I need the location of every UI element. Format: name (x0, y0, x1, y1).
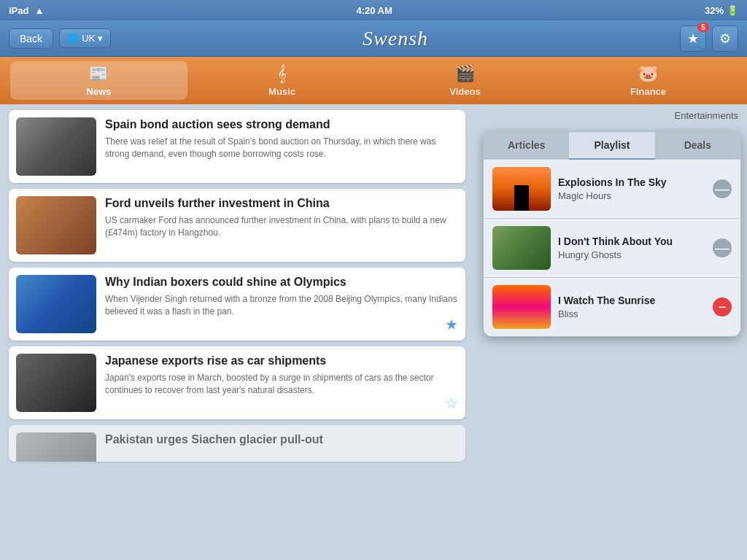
playlist-item-2[interactable]: I Don't Think About You Hungry Ghosts — (484, 219, 740, 278)
news-list: Spain bond auction sees strong demand Th… (0, 104, 474, 467)
device-label: iPad (9, 5, 28, 16)
playlist-popup: Articles Playlist Deals Explosions In Th… (483, 131, 741, 337)
playlist-thumb-1 (492, 167, 551, 211)
remove-button-2[interactable]: — (713, 238, 732, 257)
playlist-info-1: Explosions In The Sky Magic Hours (558, 176, 705, 201)
news-thumb-1 (16, 117, 96, 176)
nav-bar: Back 🌐 UK ▾ Swensh ★ 5 ⚙ (0, 20, 747, 57)
news-excerpt-4: Japan's exports rose in March, boosted b… (105, 372, 458, 397)
gear-icon: ⚙ (719, 31, 731, 47)
news-title-3: Why Indian boxers could shine at Olympic… (105, 275, 458, 290)
status-right: 32% 🔋 (705, 5, 738, 16)
news-item-1[interactable]: Spain bond auction sees strong demand Th… (9, 110, 465, 183)
news-icon: 📰 (89, 64, 109, 83)
news-content-2: Ford unveils further investment in China… (105, 196, 458, 254)
news-item-5[interactable]: Pakistan urges Siachen glacier pull-out (9, 425, 465, 462)
playlist-item-1[interactable]: Explosions In The Sky Magic Hours — (484, 160, 740, 219)
nav-actions: ★ 5 ⚙ (680, 26, 738, 52)
playlist-thumb-2 (492, 226, 551, 270)
settings-button[interactable]: ⚙ (712, 26, 738, 52)
news-excerpt-1: There was relief at the result of Spain'… (105, 136, 458, 160)
tab-music-label: Music (268, 86, 295, 97)
playlist-thumb-3 (492, 285, 551, 329)
tab-finance-label: Finance (630, 86, 666, 97)
popup-tab-articles[interactable]: Articles (484, 132, 569, 160)
playlist-artist-3: Bliss (558, 308, 705, 319)
playlist-popup-container: Articles Playlist Deals Explosions In Th… (477, 131, 747, 337)
popup-tab-playlist[interactable]: Playlist (569, 132, 654, 160)
news-thumb-5 (16, 432, 96, 462)
news-content-1: Spain bond auction sees strong demand Th… (105, 117, 458, 176)
news-excerpt-3: When Vijender Singh returned with a bron… (105, 293, 458, 318)
news-star-3[interactable]: ★ (445, 316, 458, 333)
battery-icon: 🔋 (727, 5, 738, 16)
playlist-title-2: I Don't Think About You (558, 236, 705, 247)
tab-music[interactable]: 𝄞 Music (193, 61, 371, 100)
time-label: 4:20 AM (356, 5, 392, 16)
news-title-5: Pakistan urges Siachen glacier pull-out (105, 432, 458, 448)
back-button[interactable]: Back (9, 28, 53, 49)
news-title-1: Spain bond auction sees strong demand (105, 117, 458, 133)
star-icon: ★ (687, 31, 699, 47)
remove-button-3[interactable]: − (713, 298, 732, 316)
news-content-3: Why Indian boxers could shine at Olympic… (105, 275, 458, 333)
news-thumb-3 (16, 275, 96, 333)
region-button[interactable]: 🌐 UK ▾ (59, 28, 111, 48)
popup-tab-deals[interactable]: Deals (655, 132, 740, 160)
main-area: Spain bond auction sees strong demand Th… (0, 104, 747, 560)
battery-label: 32% (705, 5, 724, 16)
news-excerpt-2: US carmaker Ford has announced further i… (105, 214, 458, 239)
news-content-5: Pakistan urges Siachen glacier pull-out (105, 432, 458, 454)
popup-tabs: Articles Playlist Deals (484, 132, 740, 160)
video-icon: 🎬 (455, 64, 475, 83)
wifi-icon: ▲ (34, 5, 44, 16)
tab-finance[interactable]: 🐷 Finance (560, 61, 737, 100)
remove-button-1[interactable]: — (713, 179, 732, 198)
playlist-artist-2: Hungry Ghosts (558, 249, 705, 260)
music-icon: 𝄞 (277, 64, 287, 83)
status-left: iPad ▲ (9, 5, 44, 16)
tab-videos[interactable]: 🎬 Videos (376, 61, 554, 100)
news-thumb-4 (16, 354, 96, 412)
tab-news-label: News (87, 86, 112, 97)
tab-bar: 📰 News 𝄞 Music 🎬 Videos 🐷 Finance (0, 57, 747, 104)
playlist-info-3: I Watch The Sunrise Bliss (558, 295, 705, 319)
news-item-2[interactable]: Ford unveils further investment in China… (9, 189, 465, 262)
entertainments-label: Entertainments (477, 104, 747, 124)
news-title-4: Japanese exports rise as car shipments (105, 354, 458, 369)
playlist-info-2: I Don't Think About You Hungry Ghosts (558, 236, 705, 260)
playlist-item-3[interactable]: I Watch The Sunrise Bliss − (484, 278, 740, 336)
news-content-4: Japanese exports rise as car shipments J… (105, 354, 458, 412)
favorites-badge: 5 (697, 23, 709, 32)
news-star-4[interactable]: ☆ (445, 394, 458, 412)
news-title-2: Ford unveils further investment in China (105, 196, 458, 211)
chevron-down-icon: ▾ (98, 33, 103, 44)
playlist-title-1: Explosions In The Sky (558, 176, 705, 188)
news-item-4[interactable]: Japanese exports rise as car shipments J… (9, 346, 465, 419)
playlist-artist-1: Magic Hours (558, 190, 705, 201)
playlist-title-3: I Watch The Sunrise (558, 295, 705, 306)
app-title: Swensh (363, 27, 428, 50)
news-thumb-2 (16, 196, 96, 254)
status-bar: iPad ▲ 4:20 AM 32% 🔋 (0, 0, 747, 20)
tab-videos-label: Videos (449, 86, 480, 97)
finance-icon: 🐷 (638, 64, 658, 83)
region-label: UK (82, 33, 95, 44)
news-item-3[interactable]: Why Indian boxers could shine at Olympic… (9, 268, 465, 341)
tab-news[interactable]: 📰 News (10, 61, 187, 100)
globe-icon: 🌐 (67, 33, 79, 44)
favorites-button[interactable]: ★ 5 (680, 26, 706, 52)
right-panel: Entertainments Articles Playlist Deals E… (477, 104, 747, 560)
